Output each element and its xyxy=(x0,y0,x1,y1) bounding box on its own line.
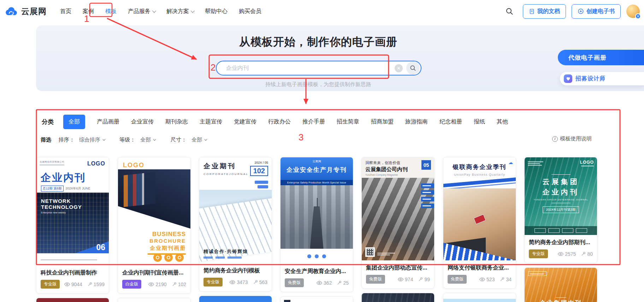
cover-photo xyxy=(362,178,434,260)
template-usage-help-link[interactable]: i 模板使用说明 xyxy=(552,135,592,142)
cloud-icon: ☁ xyxy=(447,300,451,302)
views-icon xyxy=(317,280,322,286)
category-newspaper[interactable]: 报纸 xyxy=(474,118,485,126)
grid-column-4: 云展网 企业安全生产月专刊 Enterprise Safety Producti… xyxy=(280,157,353,302)
template-search-input[interactable] xyxy=(217,65,395,71)
logo-text: 云展网 xyxy=(21,6,47,17)
sort-dropdown[interactable]: 综合排序 xyxy=(79,137,105,143)
category-corporate[interactable]: 企业宣传 xyxy=(131,118,154,126)
nav-buy-membership[interactable]: 购买会员 xyxy=(239,8,261,15)
grid-column-7: LOGO 云展集团 企业内刊 YUNZHAN GROUP ENTERPRISE … xyxy=(524,157,597,302)
template-card[interactable]: 企业期刊CORPORATEJOURNAL 202X / 05102 精诚合作·共… xyxy=(199,157,272,291)
category-journal[interactable]: 期刊杂志 xyxy=(165,118,188,126)
template-card-partial[interactable] xyxy=(280,296,353,302)
template-stats: 9044 1599 xyxy=(64,282,105,287)
level-badge: 免费版 xyxy=(285,278,304,287)
category-franchise[interactable]: 招商加盟 xyxy=(371,118,394,126)
views-icon xyxy=(64,282,70,287)
decor: ☁ xyxy=(443,293,516,302)
views-icon xyxy=(558,251,563,257)
category-memorial[interactable]: 纪念相册 xyxy=(439,118,462,126)
size-dropdown[interactable]: 全部 xyxy=(191,137,206,143)
template-card[interactable]: LOGO BUSINESS BROCHURE 企业期刊画册 企业内刊期刊宣传画册… xyxy=(118,157,191,294)
template-stats: 974 99 xyxy=(398,277,430,282)
user-avatar[interactable]: V xyxy=(626,5,640,18)
hero-subtitle: 持续上新电子画册模板，为您提供制作新思路 xyxy=(142,81,495,88)
template-card-partial[interactable] xyxy=(199,296,272,302)
top-navbar: 云展网 首页 案例 模板 产品服务 解决方案 帮助中心 购买会员 我的文档 创建… xyxy=(0,0,644,23)
cloud-logo-icon xyxy=(4,6,18,17)
chevron-down-icon xyxy=(153,138,156,140)
cover-photo xyxy=(280,185,353,249)
level-badge: 专业版 xyxy=(203,278,223,286)
document-icon xyxy=(529,8,535,14)
template-cover: LOGO 云展集团 企业内刊 YUNZHAN GROUP ENTERPRISE … xyxy=(525,157,597,235)
cover-photo xyxy=(199,190,272,246)
template-card-partial[interactable]: ☁ xyxy=(443,293,516,302)
template-cover: 云展网络科技有限公司 LOGO 企业内刊 总12期 第6期202X年6月 JUN… xyxy=(36,157,109,265)
category-list: 全部 产品画册 企业宣传 期刊杂志 主题宣传 党建宣传 行政办公 推介手册 招生… xyxy=(63,115,508,129)
decor xyxy=(525,226,597,235)
template-title: 网络支付银联商务企业... xyxy=(448,264,512,272)
category-admissions[interactable]: 招生简章 xyxy=(337,118,359,126)
views-icon xyxy=(479,277,485,282)
views-icon xyxy=(398,277,403,282)
template-card[interactable]: 云展网络科技有限公司 LOGO 企业内刊 总12期 第6期202X年6月 JUN… xyxy=(36,157,109,294)
header-right: 我的文档 创建电子书 V xyxy=(505,0,640,23)
nav-solutions[interactable]: 解决方案 xyxy=(166,8,194,15)
decor xyxy=(362,293,434,302)
category-other[interactable]: 其他 xyxy=(497,118,508,126)
category-admin[interactable]: 行政办公 xyxy=(268,118,291,126)
template-card-partial[interactable] xyxy=(118,298,191,302)
template-card[interactable]: ☁ 银联商务企业季刊 UnionPay Business Quarterly 网… xyxy=(443,157,516,289)
nav-products[interactable]: 产品服务 xyxy=(128,8,155,15)
category-party[interactable]: 党建宣传 xyxy=(234,118,256,126)
decor xyxy=(280,297,353,302)
header-search-icon[interactable] xyxy=(505,7,514,16)
decor xyxy=(421,183,434,208)
template-title: 企业内刊期刊宣传画册... xyxy=(122,269,186,277)
template-stats: 3473 563 xyxy=(230,279,267,285)
my-documents-button[interactable]: 我的文档 xyxy=(523,4,566,19)
custom-ebook-service-button[interactable]: 代做电子画册 xyxy=(558,50,644,65)
category-promo-manual[interactable]: 推介手册 xyxy=(302,118,325,126)
flips-icon xyxy=(172,282,177,287)
category-product-album[interactable]: 产品画册 xyxy=(97,118,119,126)
template-title: 科技企业内刊画册制作 xyxy=(41,269,105,277)
template-card[interactable]: LOGO 云展集团 企业内刊 YUNZHAN GROUP ENTERPRISE … xyxy=(524,157,597,263)
category-travel[interactable]: 旅游指南 xyxy=(405,118,428,126)
level-badge: 专业版 xyxy=(529,249,548,258)
category-all[interactable]: 全部 xyxy=(63,115,85,129)
grid-column-5: 洞察未来，创造价值 云展集团公司内刊 YunZhan Company Magaz… xyxy=(361,157,435,302)
decor xyxy=(199,296,272,302)
clear-search-icon[interactable]: ✕ xyxy=(395,64,403,72)
views-icon xyxy=(148,282,154,287)
nav-templates[interactable]: 模板 xyxy=(105,8,117,15)
template-card-partial[interactable]: 企业集团内刊 xyxy=(524,267,597,302)
chevron-down-icon xyxy=(102,138,105,140)
template-stats: 523 34 xyxy=(479,277,512,282)
template-title: 安全生产周教育企业内... xyxy=(285,268,349,275)
chevron-down-icon xyxy=(152,9,156,13)
recruit-designer-button[interactable]: 招募设计师 xyxy=(560,72,644,85)
nav-help-center[interactable]: 帮助中心 xyxy=(205,8,228,15)
template-card-partial[interactable] xyxy=(361,293,435,302)
level-dropdown[interactable]: 全部 xyxy=(140,137,155,143)
template-card[interactable]: 云展网 企业安全生产月专刊 Enterprise Safety Producti… xyxy=(280,157,353,292)
vip-badge: V xyxy=(635,13,641,19)
nav-home[interactable]: 首页 xyxy=(60,8,71,15)
chevron-down-icon xyxy=(191,9,195,13)
category-theme[interactable]: 主题宣传 xyxy=(200,118,222,126)
create-ebook-button[interactable]: 创建电子书 xyxy=(572,4,621,19)
flips-icon xyxy=(337,280,342,285)
site-logo[interactable]: 云展网 xyxy=(4,6,47,17)
template-card-partial[interactable] xyxy=(36,298,109,302)
decor xyxy=(280,249,353,264)
template-card[interactable]: 洞察未来，创造价值 云展集团公司内刊 YunZhan Company Magaz… xyxy=(361,157,435,289)
nav-cases[interactable]: 案例 xyxy=(83,8,94,15)
flips-icon xyxy=(581,252,586,256)
search-submit-button[interactable] xyxy=(406,61,420,75)
size-label: 尺寸： xyxy=(171,137,187,143)
template-cover: LOGO BUSINESS BROCHURE 企业期刊画册 xyxy=(118,157,190,265)
grid-column-6: ☁ 银联商务企业季刊 UnionPay Business Quarterly 网… xyxy=(443,157,516,302)
